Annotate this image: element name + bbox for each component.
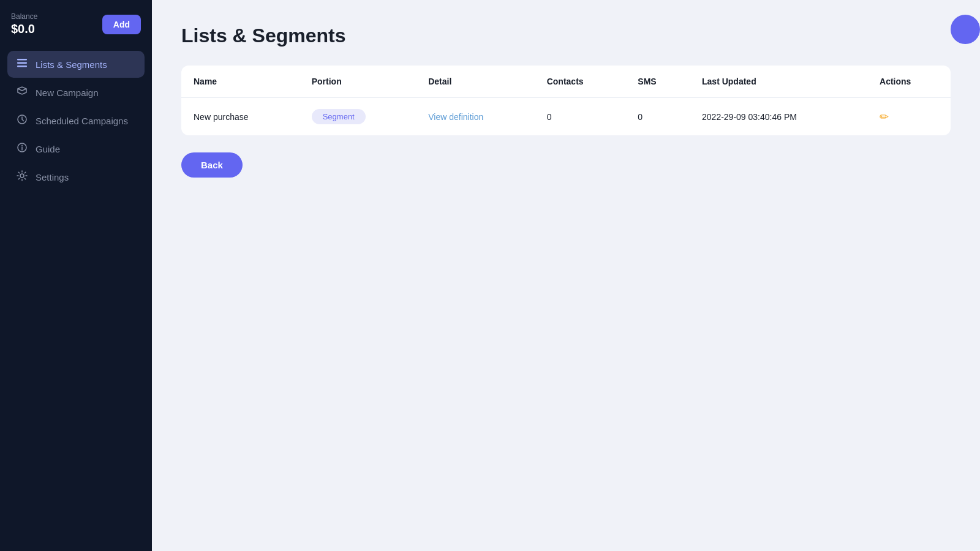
lists-segments-icon — [16, 58, 28, 71]
svg-rect-2 — [17, 66, 27, 67]
sidebar-item-settings[interactable]: Settings — [7, 163, 145, 190]
svg-rect-0 — [17, 59, 27, 61]
sidebar-item-lists-segments[interactable]: Lists & Segments — [7, 51, 145, 78]
avatar — [951, 15, 980, 44]
view-definition-link[interactable]: View definition — [428, 112, 483, 122]
lists-table-container: Name Portion Detail Contacts SMS Last Up… — [181, 66, 951, 135]
new-campaign-icon — [16, 86, 28, 99]
col-sms: SMS — [625, 66, 690, 98]
svg-rect-1 — [17, 62, 27, 64]
cell-last-updated: 2022-29-09 03:40:46 PM — [690, 98, 867, 136]
col-detail: Detail — [416, 66, 534, 98]
segment-badge: Segment — [312, 109, 366, 124]
main-content: Lists & Segments Name Portion Detail Con… — [152, 0, 980, 551]
lists-table: Name Portion Detail Contacts SMS Last Up… — [181, 66, 951, 135]
guide-icon — [16, 142, 28, 156]
table-row: New purchase Segment View definition 0 0… — [181, 98, 951, 136]
cell-detail: View definition — [416, 98, 534, 136]
col-contacts: Contacts — [535, 66, 626, 98]
back-button[interactable]: Back — [181, 152, 243, 178]
cell-sms: 0 — [625, 98, 690, 136]
sidebar: Balance $0.0 Add Lists & Segments — [0, 0, 152, 551]
cell-contacts: 0 — [535, 98, 626, 136]
sidebar-nav: Lists & Segments New Campaign Scheduled … — [0, 46, 152, 195]
page-title: Lists & Segments — [181, 24, 346, 47]
sidebar-item-guide[interactable]: Guide — [7, 135, 145, 162]
cell-name: New purchase — [181, 98, 300, 136]
sidebar-item-label: Scheduled Campaigns — [36, 116, 128, 126]
sidebar-item-label: Settings — [36, 172, 69, 182]
sidebar-item-new-campaign[interactable]: New Campaign — [7, 79, 145, 106]
balance-amount: $0.0 — [11, 22, 37, 36]
main-header: Lists & Segments — [181, 24, 951, 47]
sidebar-item-label: Lists & Segments — [36, 59, 107, 70]
settings-icon — [16, 170, 28, 184]
edit-icon[interactable]: ✏ — [880, 111, 889, 123]
col-name: Name — [181, 66, 300, 98]
col-actions: Actions — [867, 66, 951, 98]
svg-point-5 — [21, 145, 23, 146]
scheduled-campaigns-icon — [16, 114, 28, 127]
svg-point-6 — [20, 174, 24, 178]
sidebar-item-scheduled-campaigns[interactable]: Scheduled Campaigns — [7, 107, 145, 134]
col-last-updated: Last Updated — [690, 66, 867, 98]
cell-actions: ✏ — [867, 98, 951, 136]
balance-label: Balance — [11, 12, 37, 21]
col-portion: Portion — [300, 66, 417, 98]
sidebar-item-label: Guide — [36, 144, 60, 154]
balance-info: Balance $0.0 — [11, 12, 37, 36]
sidebar-balance-section: Balance $0.0 Add — [0, 0, 152, 46]
cell-portion: Segment — [300, 98, 417, 136]
add-funds-button[interactable]: Add — [102, 15, 141, 34]
table-header-row: Name Portion Detail Contacts SMS Last Up… — [181, 66, 951, 98]
sidebar-item-label: New Campaign — [36, 88, 99, 98]
